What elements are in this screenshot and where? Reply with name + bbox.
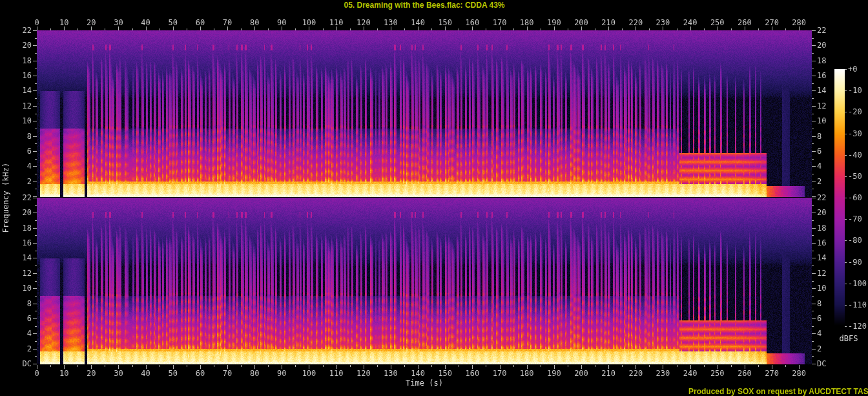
time-tick-label: 70: [218, 19, 237, 26]
time-tick-label: 230: [653, 19, 672, 26]
freq-tick-label: 18: [817, 57, 843, 65]
time-tick-label: 0: [27, 370, 46, 377]
freq-tick-label: 22: [0, 26, 32, 34]
freq-tick-label: 8: [817, 132, 843, 140]
time-tick-label: 90: [272, 19, 291, 26]
dbfs-tick-label: -90: [848, 258, 868, 266]
time-tick-label: 220: [626, 19, 645, 26]
time-tick-label: 60: [191, 19, 210, 26]
time-tick-label: 210: [599, 370, 618, 377]
freq-tick-label: 14: [0, 87, 32, 94]
time-tick-label: 160: [462, 370, 482, 377]
freq-tick-label: 16: [0, 72, 32, 79]
time-tick-label: 10: [54, 370, 74, 377]
time-tick-label: 220: [626, 370, 645, 377]
time-tick-label: 270: [762, 19, 781, 26]
freq-tick-label: 10: [817, 284, 843, 292]
time-tick-label: 270: [762, 370, 781, 377]
time-tick-label: 200: [572, 370, 591, 377]
time-tick-label: 280: [789, 370, 809, 377]
dbfs-tick-label: -100: [848, 280, 868, 287]
freq-tick-label: 20: [817, 41, 843, 49]
dbfs-tick-label: -50: [848, 172, 868, 180]
time-tick-label: 230: [653, 370, 672, 377]
time-tick-label: 200: [572, 19, 591, 26]
freq-tick-label: DC: [817, 360, 843, 368]
dbfs-tick-label: -120: [848, 322, 868, 330]
time-tick-label: 70: [218, 370, 237, 377]
dbfs-tick-label: -40: [848, 151, 868, 159]
freq-tick-label: 16: [817, 72, 843, 79]
time-tick-label: 190: [544, 370, 564, 377]
time-tick-label: 160: [462, 19, 482, 26]
time-tick-label: 250: [708, 19, 727, 26]
time-tick-label: 260: [735, 370, 754, 377]
time-tick-label: 280: [789, 19, 809, 26]
time-tick-label: 100: [299, 19, 318, 26]
time-tick-label: 110: [327, 19, 346, 26]
freq-tick-label: DC: [0, 360, 32, 368]
time-tick-label: 50: [163, 19, 183, 26]
freq-tick-label: 14: [817, 254, 843, 262]
freq-tick-label: 4: [817, 162, 843, 170]
dbfs-tick-label: -110: [848, 301, 868, 309]
time-axis-title: Time (s): [37, 379, 812, 388]
time-tick-label: 40: [136, 370, 156, 377]
dbfs-tick-label: -70: [848, 215, 868, 223]
freq-tick-label: 10: [0, 117, 32, 125]
dbfs-tick-label: -10: [848, 87, 868, 94]
dbfs-tick-label: -60: [848, 194, 868, 202]
attribution: Produced by SOX on request by AUCDTECT T…: [688, 387, 868, 396]
freq-tick-label: 14: [0, 254, 32, 262]
time-tick-label: 40: [136, 19, 156, 26]
freq-tick-label: 12: [0, 102, 32, 110]
freq-tick-label: 6: [817, 315, 843, 322]
freq-tick-label: 14: [817, 87, 843, 94]
time-tick-label: 110: [327, 370, 346, 377]
time-tick-label: 30: [108, 370, 128, 377]
time-tick-label: 180: [517, 370, 537, 377]
time-tick-label: 100: [299, 370, 318, 377]
time-tick-label: 150: [435, 370, 455, 377]
freq-tick-label: 6: [817, 147, 843, 155]
freq-tick-label: 22: [817, 26, 843, 34]
freq-tick-label: 6: [0, 315, 32, 322]
freq-tick-label: 20: [0, 41, 32, 49]
freq-tick-label: 22: [817, 194, 843, 202]
dbfs-tick-label: +0: [848, 65, 868, 73]
freq-tick-label: 8: [0, 300, 32, 307]
time-tick-label: 20: [81, 19, 101, 26]
time-tick-label: 150: [435, 19, 455, 26]
time-tick-label: 180: [517, 19, 537, 26]
track-title: 05. Dreaming with the Bees.flac: CDDA 43…: [37, 1, 812, 10]
time-tick-label: 130: [381, 370, 400, 377]
freq-tick-label: 8: [817, 300, 843, 307]
time-tick-label: 210: [599, 19, 618, 26]
freq-tick-label: 8: [0, 132, 32, 140]
time-tick-label: 120: [354, 370, 373, 377]
freq-tick-label: 10: [0, 284, 32, 292]
freq-axis-title: Frequency (kHz): [1, 149, 10, 246]
freq-tick-label: 12: [817, 102, 843, 110]
freq-tick-label: 2: [817, 178, 843, 185]
freq-tick-label: 12: [0, 269, 32, 277]
time-tick-label: 260: [735, 19, 754, 26]
time-tick-label: 130: [381, 19, 400, 26]
freq-tick-label: 10: [817, 117, 843, 125]
time-tick-label: 50: [163, 370, 183, 377]
spectrogram-figure: 05. Dreaming with the Bees.flac: CDDA 43…: [0, 0, 868, 396]
freq-tick-label: 18: [817, 224, 843, 232]
freq-tick-label: 18: [0, 57, 32, 65]
time-tick-label: 140: [408, 19, 428, 26]
time-tick-label: 240: [681, 19, 700, 26]
time-tick-label: 30: [108, 19, 128, 26]
dbfs-tick-label: -20: [848, 108, 868, 116]
time-tick-label: 80: [245, 19, 264, 26]
freq-tick-label: 2: [0, 345, 32, 353]
time-tick-label: 170: [490, 19, 510, 26]
time-tick-label: 90: [272, 370, 291, 377]
time-tick-label: 250: [708, 370, 727, 377]
freq-tick-label: 4: [0, 329, 32, 337]
time-tick-label: 120: [354, 19, 373, 26]
colorbar-unit-label: dBFS: [833, 334, 864, 343]
